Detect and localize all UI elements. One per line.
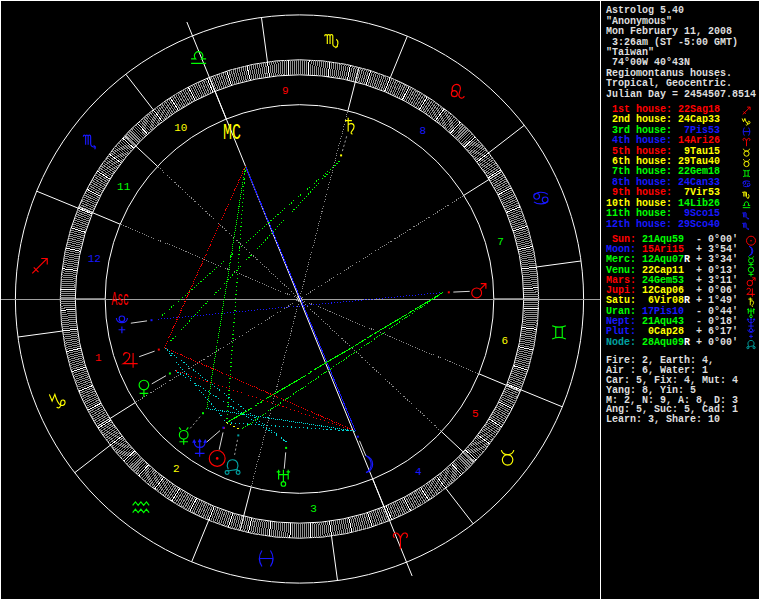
svg-text:11: 11 <box>117 181 131 193</box>
svg-text:7: 7 <box>497 236 504 248</box>
svg-text:Asc: Asc <box>111 288 128 311</box>
svg-text:9: 9 <box>282 85 289 97</box>
svg-text:2: 2 <box>173 463 180 475</box>
svg-text:MC: MC <box>223 120 241 146</box>
svg-text:6: 6 <box>501 335 508 347</box>
svg-text:3: 3 <box>310 503 317 515</box>
svg-text:4: 4 <box>415 466 422 478</box>
svg-text:8: 8 <box>419 125 426 137</box>
svg-text:12: 12 <box>88 253 101 265</box>
svg-text:10: 10 <box>174 122 187 134</box>
svg-text:1: 1 <box>95 352 102 364</box>
svg-text:5: 5 <box>472 408 479 420</box>
